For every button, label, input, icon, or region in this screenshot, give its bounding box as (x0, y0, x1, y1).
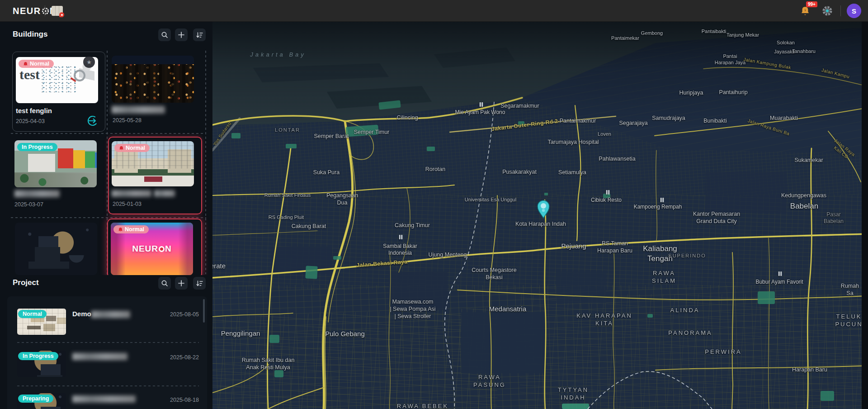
topbar-divider-right (840, 5, 841, 16)
status-label: Normal (23, 311, 42, 317)
star-icon: ★ (86, 59, 92, 66)
watermark-text-left: NEUR (132, 244, 158, 254)
status-label: Preparing (23, 395, 49, 402)
project-search-button[interactable] (158, 277, 171, 290)
redacted-title (72, 395, 136, 403)
alert-bell-icon (23, 62, 28, 67)
grid-divider (11, 217, 206, 218)
redacted-title (72, 353, 127, 360)
project-section-title: Project (13, 278, 39, 287)
list-divider (17, 342, 199, 343)
building-date: 2025-04-03 (16, 118, 45, 124)
logo-text-left: NEUR (13, 6, 41, 16)
plus-icon (178, 280, 185, 287)
project-date: 2025-08-05 (170, 311, 199, 318)
scrollbar-thumb[interactable] (203, 299, 205, 323)
grid-divider (205, 51, 206, 274)
status-label: Normal (30, 61, 49, 67)
building-thumbnail[interactable] (15, 223, 97, 275)
logo-gear-icon (42, 7, 49, 15)
location-pin-icon (537, 200, 550, 219)
enter-building-button[interactable] (87, 115, 99, 127)
building-title: test fenglin (16, 107, 52, 114)
enter-arrow-icon (87, 115, 99, 127)
status-badge: Normal (19, 60, 54, 68)
map-canvas[interactable]: Jakarta BayYos SudarsoLONTARSemper Barat… (212, 22, 868, 409)
sort-icon (196, 280, 203, 287)
status-label: In Progress (23, 353, 54, 359)
redacted-title (112, 190, 151, 197)
grid-divider (11, 133, 206, 134)
status-badge: Normal (114, 144, 150, 152)
notification-count-badge: 99+ (806, 1, 817, 7)
map-pin[interactable] (537, 200, 550, 220)
redacted-title (91, 311, 130, 318)
list-divider (17, 385, 199, 386)
status-label: Normal (125, 226, 144, 233)
app-logo: NEUR N (13, 0, 57, 22)
buildings-grid: test Normal ★ test fenglin 2025-04-03 20… (0, 22, 212, 275)
watermark-text-right: N (165, 244, 172, 254)
project-date: 2025-08-18 (170, 397, 199, 403)
topbar-divider (45, 5, 45, 16)
alert-bell-icon (118, 227, 123, 232)
status-badge: Normal (18, 310, 47, 318)
search-icon (161, 280, 168, 287)
status-badge: In Progress (18, 352, 58, 360)
status-badge: Normal (113, 225, 149, 233)
building-date: 2025-05-28 (113, 117, 142, 124)
gear-icon (822, 5, 833, 16)
project-list: Normal Demo 2025-08-05 In Progress 2025-… (7, 296, 207, 409)
map-app-pin-icon (59, 12, 64, 17)
alert-bell-icon (119, 146, 124, 151)
favorite-star-button[interactable]: ★ (83, 56, 95, 68)
thumbnail-word: test (19, 67, 40, 82)
redacted-title (14, 190, 60, 197)
project-add-button[interactable] (175, 277, 188, 290)
settings-button[interactable] (820, 3, 835, 19)
sidebar: Buildings test Normal ★ test fenglin 202… (0, 22, 212, 409)
user-avatar[interactable]: S (847, 4, 861, 18)
project-title: Demo (72, 310, 91, 318)
status-badge: Preparing (18, 395, 53, 403)
map-app-icon[interactable] (52, 6, 63, 16)
watermark-gear-icon (159, 246, 165, 252)
building-date: 2025-03-07 (14, 201, 43, 208)
building-thumbnail[interactable] (112, 56, 194, 103)
project-sort-button[interactable] (193, 277, 206, 290)
status-label: In Progress (22, 144, 53, 150)
magnifier-art (74, 70, 85, 81)
redacted-title (112, 106, 165, 114)
top-bar: NEUR N 99+ S (0, 0, 868, 22)
bell-icon (800, 6, 810, 16)
redacted-title (154, 190, 175, 197)
project-date: 2025-08-22 (170, 354, 199, 361)
status-badge: In Progress (17, 143, 57, 151)
neuron-watermark: NEUR N (132, 244, 172, 254)
building-date: 2025-01-03 (113, 201, 142, 207)
status-label: Normal (126, 145, 145, 151)
